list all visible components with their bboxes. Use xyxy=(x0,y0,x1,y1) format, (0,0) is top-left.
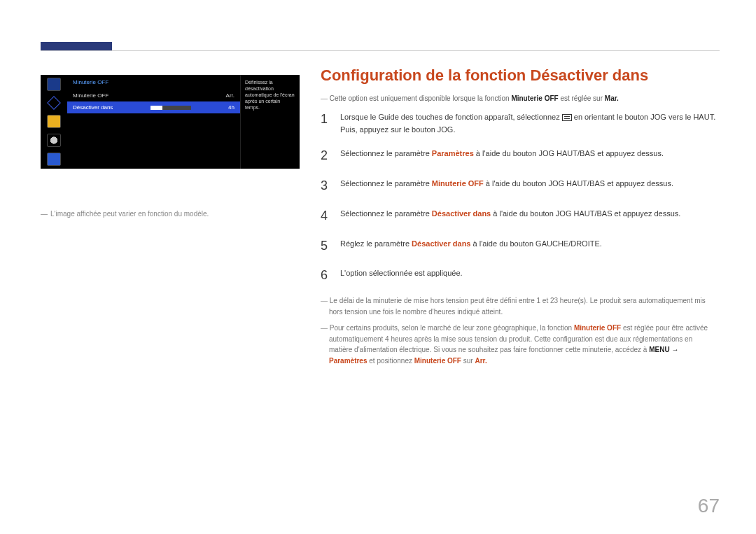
step-2: 2 Sélectionnez le paramètre Paramètres à… xyxy=(321,146,718,166)
monitor-icon xyxy=(47,78,61,91)
header-accent-bar xyxy=(41,42,112,50)
footnotes: Le délai de la minuterie de mise hors te… xyxy=(321,295,718,366)
menu-icon xyxy=(562,114,572,121)
osd-main: Minuterie OFF Minuterie OFF Arr. Désacti… xyxy=(67,75,300,169)
gear-icon xyxy=(47,134,61,147)
bars-icon xyxy=(47,115,61,128)
page-number: 67 xyxy=(698,495,720,517)
osd-row-minuterie: Minuterie OFF Arr. xyxy=(67,90,240,101)
osd-section-title: Minuterie OFF xyxy=(67,75,240,90)
osd-caption: ―L'image affichée peut varier en fonctio… xyxy=(41,210,209,218)
steps-list: 1 Lorsque le Guide des touches de foncti… xyxy=(321,109,718,286)
osd-list: Minuterie OFF Minuterie OFF Arr. Désacti… xyxy=(67,75,241,169)
osd-row-desactiver: Désactiver dans 4h xyxy=(67,101,240,113)
footnote-2: Pour certains produits, selon le marché … xyxy=(329,323,718,366)
osd-sidebar xyxy=(41,75,67,169)
main-content: Configuration de la fonction Désactiver … xyxy=(321,66,718,372)
header-divider xyxy=(41,50,720,51)
osd-row-label: Minuterie OFF xyxy=(73,92,108,99)
step-3: 3 Sélectionnez le paramètre Minuterie OF… xyxy=(321,176,718,196)
osd-screenshot: Minuterie OFF Minuterie OFF Arr. Désacti… xyxy=(41,75,300,169)
osd-row-value: Arr. xyxy=(226,92,234,99)
footnote-1: Le délai de la minuterie de mise hors te… xyxy=(329,295,718,317)
osd-description: Définissez la désactivation automatique … xyxy=(241,75,300,169)
step-4: 4 Sélectionnez le paramètre Désactiver d… xyxy=(321,206,718,226)
info-icon xyxy=(47,153,61,166)
step-1: 1 Lorsque le Guide des touches de foncti… xyxy=(321,109,718,136)
osd-slider-bar xyxy=(150,106,191,110)
diamond-icon xyxy=(47,96,61,110)
page-title: Configuration de la fonction Désactiver … xyxy=(321,66,718,85)
step-5: 5 Réglez le paramètre Désactiver dans à … xyxy=(321,236,718,256)
intro-note: Cette option est uniquement disponible l… xyxy=(329,94,718,102)
step-6: 6 L'option sélectionnée est appliquée. xyxy=(321,265,718,286)
osd-row-value: 4h xyxy=(228,104,234,111)
osd-row-label: Désactiver dans xyxy=(73,104,113,111)
